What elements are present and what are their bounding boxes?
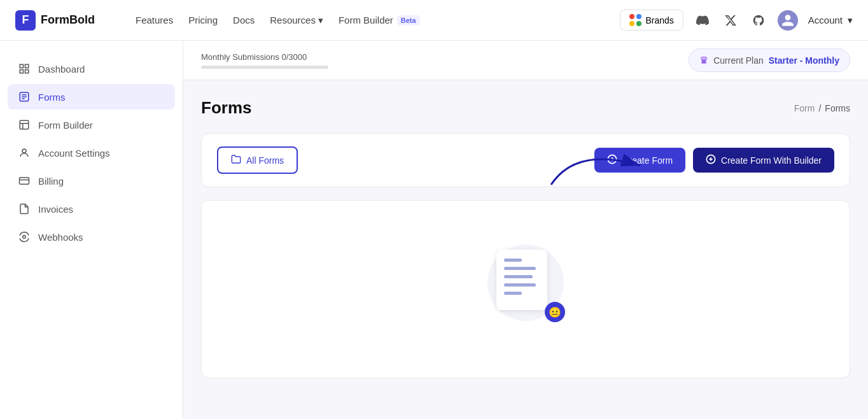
- breadcrumb-parent[interactable]: Form: [794, 103, 815, 113]
- sidebar-billing-label: Billing: [38, 176, 64, 187]
- account-settings-icon: [18, 146, 31, 159]
- breadcrumb-current: Forms: [825, 103, 850, 113]
- billing-icon: [18, 174, 31, 187]
- svg-point-11: [22, 149, 26, 153]
- svg-rect-2: [20, 70, 23, 73]
- create-form-builder-button[interactable]: Create Form With Builder: [693, 148, 834, 173]
- forms-toolbar: All Forms: [201, 133, 850, 187]
- sidebar-item-forms[interactable]: Forms: [8, 84, 175, 110]
- forms-icon: [18, 90, 31, 103]
- dashboard-icon: [18, 62, 31, 75]
- submission-text: Monthly Submissions 0/3000: [201, 52, 328, 62]
- nav-features[interactable]: Features: [136, 15, 173, 25]
- doc-line-2: [504, 267, 536, 270]
- svg-rect-8: [20, 120, 29, 129]
- submission-info: Monthly Submissions 0/3000: [201, 52, 328, 69]
- navbar: F FormBold Features Pricing Docs Resourc…: [0, 0, 868, 41]
- nav-links: Features Pricing Docs Resources ▾ Form B…: [125, 15, 420, 26]
- doc-line-1: [504, 259, 522, 262]
- discord-icon[interactable]: [694, 11, 711, 29]
- plan-badge: ♛ Current Plan Starter - Monthly: [689, 48, 850, 72]
- sidebar-item-billing[interactable]: Billing: [8, 168, 175, 194]
- sidebar-item-webhooks[interactable]: Webhooks: [8, 224, 175, 250]
- sidebar-item-dashboard[interactable]: Dashboard: [8, 56, 175, 82]
- nav-form-builder-label: Form Builder: [339, 15, 393, 25]
- svg-rect-1: [25, 64, 29, 67]
- sidebar: Dashboard Forms Form Builder: [0, 41, 183, 419]
- nav-resources-label: Resources: [270, 15, 316, 25]
- empty-doc: [496, 250, 547, 310]
- create-form-button[interactable]: Create Form: [594, 148, 685, 173]
- page-title: Forms: [201, 98, 251, 118]
- layout: Dashboard Forms Form Builder: [0, 41, 868, 419]
- sidebar-item-form-builder[interactable]: Form Builder: [8, 112, 175, 138]
- twitter-icon[interactable]: [722, 11, 739, 29]
- doc-line-5: [504, 292, 522, 295]
- plus-circle-icon: [607, 154, 617, 166]
- nav-docs[interactable]: Docs: [233, 15, 255, 25]
- navbar-right: Brands Account ▾: [620, 10, 853, 31]
- svg-rect-3: [25, 70, 29, 73]
- svg-point-14: [23, 236, 26, 239]
- brands-dots-icon: [629, 14, 641, 26]
- all-forms-button[interactable]: All Forms: [217, 146, 298, 174]
- sidebar-invoices-label: Invoices: [38, 204, 73, 215]
- breadcrumb: Form / Forms: [794, 103, 850, 113]
- main-content: Monthly Submissions 0/3000 ♛ Current Pla…: [183, 41, 868, 419]
- page-header: Forms Form / Forms: [201, 98, 850, 118]
- sidebar-form-builder-label: Form Builder: [38, 120, 93, 131]
- folder-icon: [231, 154, 241, 166]
- invoices-icon: [18, 202, 31, 215]
- sidebar-dashboard-label: Dashboard: [38, 64, 85, 75]
- create-form-label: Create Form: [622, 155, 673, 166]
- logo-text: FormBold: [41, 13, 95, 27]
- account-chevron-icon: ▾: [848, 15, 853, 26]
- avatar: [778, 10, 798, 31]
- doc-line-4: [504, 283, 536, 287]
- empty-illustration: 😐: [481, 238, 570, 327]
- nav-resources[interactable]: Resources ▾: [270, 15, 323, 26]
- plus-circle-builder-icon: [706, 154, 716, 166]
- form-builder-icon: [18, 118, 31, 131]
- sidebar-account-settings-label: Account Settings: [38, 148, 110, 159]
- logo-link[interactable]: F FormBold: [15, 10, 95, 31]
- toolbar-right: Create Form Create Form With Builder: [594, 148, 834, 173]
- brands-label: Brands: [645, 15, 673, 25]
- beta-badge: Beta: [397, 15, 420, 25]
- doc-line-3: [504, 275, 533, 278]
- plan-name: Starter - Monthly: [769, 55, 839, 66]
- account-button[interactable]: Account ▾: [808, 15, 853, 26]
- progress-track: [201, 66, 328, 69]
- plan-prefix: Current Plan: [713, 55, 764, 66]
- crown-icon: ♛: [699, 54, 708, 66]
- logo-letter: F: [22, 13, 29, 27]
- sidebar-item-account-settings[interactable]: Account Settings: [8, 140, 175, 166]
- sidebar-forms-label: Forms: [38, 92, 66, 103]
- svg-rect-0: [20, 64, 23, 67]
- logo-icon: F: [15, 10, 36, 31]
- account-label: Account: [808, 15, 843, 25]
- webhooks-icon: [18, 231, 31, 243]
- sidebar-webhooks-label: Webhooks: [38, 232, 83, 243]
- chevron-down-icon: ▾: [318, 15, 323, 26]
- all-forms-label: All Forms: [246, 155, 284, 166]
- svg-rect-12: [20, 178, 29, 185]
- breadcrumb-separator: /: [818, 103, 821, 113]
- create-form-builder-label: Create Form With Builder: [721, 155, 822, 166]
- empty-state: 😐: [201, 200, 850, 378]
- brands-button[interactable]: Brands: [620, 10, 683, 31]
- nav-pricing[interactable]: Pricing: [188, 15, 218, 25]
- page-content: Forms Form / Forms All Forms: [183, 80, 868, 396]
- github-icon[interactable]: [750, 11, 767, 29]
- sidebar-item-invoices[interactable]: Invoices: [8, 196, 175, 222]
- submission-bar: Monthly Submissions 0/3000 ♛ Current Pla…: [183, 41, 868, 80]
- empty-emoji: 😐: [545, 302, 565, 322]
- nav-form-builder[interactable]: Form Builder Beta: [339, 15, 420, 25]
